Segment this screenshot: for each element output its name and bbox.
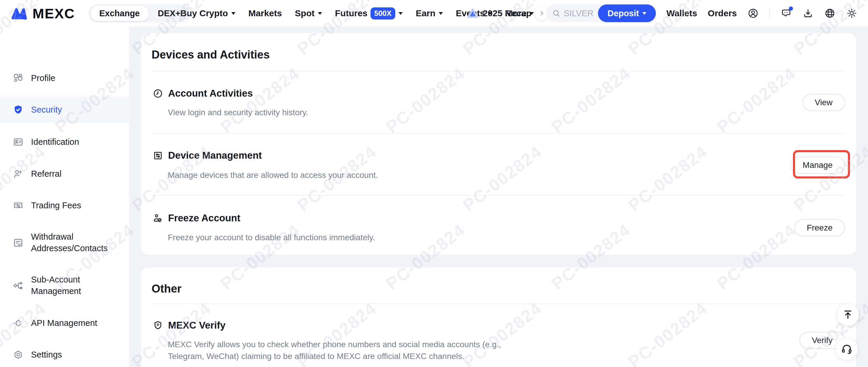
sidebar-item-api-management[interactable]: API Management	[0, 310, 129, 336]
id-card-icon	[13, 137, 23, 147]
nav-futures[interactable]: Futures500X	[335, 7, 403, 20]
chevron-down-icon	[318, 12, 322, 15]
account-activities-row: Account Activities	[153, 88, 253, 99]
svg-text:P: P	[157, 323, 159, 327]
recap-banner[interactable]: 2025 Recap	[466, 0, 549, 27]
back-to-top-icon	[842, 309, 854, 320]
freeze-user-icon	[153, 213, 163, 223]
row-description: View login and security activity history…	[168, 107, 308, 119]
mexc-logo[interactable]: MEXC	[9, 4, 75, 23]
row-title: Account Activities	[168, 88, 253, 99]
nav-label: Earn	[416, 8, 435, 18]
sidebar-item-security[interactable]: Security	[0, 97, 129, 123]
sidebar-item-label: Withdrawal Addresses/Contacts	[31, 231, 112, 254]
nav-earn[interactable]: Earn	[416, 8, 443, 18]
sidebar-item-sub-account[interactable]: Sub-Account Management	[0, 267, 129, 304]
toggle-exchange[interactable]: Exchange	[90, 6, 149, 21]
dashboard-icon	[13, 73, 23, 83]
branch-icon	[13, 280, 23, 291]
section-title: Other	[152, 282, 181, 295]
futures-leverage-badge: 500X	[370, 7, 395, 20]
deposit-label: Deposit	[608, 8, 639, 18]
freeze-account-row: Freeze Account	[153, 212, 241, 224]
manage-button[interactable]: Manage	[790, 157, 845, 174]
settings-sidebar: Profile Security Identification Referral…	[0, 27, 129, 367]
headset-icon	[841, 343, 852, 355]
mexc-verify-row: P MEXC Verify	[153, 320, 225, 331]
gear-icon	[13, 349, 23, 360]
sidebar-item-label: Sub-Account Management	[31, 274, 112, 297]
row-title: MEXC Verify	[168, 320, 225, 331]
notification-dot	[789, 6, 793, 11]
sidebar-item-label: Trading Fees	[31, 200, 112, 211]
sidebar-item-label: API Management	[31, 317, 112, 329]
verify-shield-icon: P	[153, 320, 163, 331]
row-title: Device Management	[168, 150, 262, 161]
nav-spot[interactable]: Spot	[295, 8, 322, 18]
top-navigation-bar: MEXC Exchange DEX+ Buy Crypto Markets Sp…	[0, 0, 868, 27]
chevron-down-icon	[439, 12, 443, 15]
chevron-down-icon	[642, 12, 646, 15]
ticket-icon	[13, 200, 23, 211]
nav-label: Futures	[335, 8, 368, 18]
back-to-top-button[interactable]	[837, 303, 859, 326]
clock-icon	[153, 88, 163, 99]
logo-wordmark: MEXC	[32, 5, 75, 22]
avatar[interactable]	[747, 8, 759, 19]
row-description: MEXC Verify allows you to check whether …	[168, 339, 502, 362]
divider	[152, 195, 845, 195]
view-button[interactable]: View	[802, 94, 845, 111]
sidebar-item-identification[interactable]: Identification	[0, 129, 129, 155]
other-card: Other P MEXC Verify MEXC Verify allows y…	[141, 268, 856, 367]
sidebar-item-profile[interactable]: Profile	[0, 65, 129, 91]
theme-icon[interactable]	[846, 8, 857, 19]
support-button[interactable]	[836, 338, 858, 360]
messages-icon[interactable]	[780, 8, 792, 19]
sidebar-item-trading-fees[interactable]: Trading Fees	[0, 192, 129, 218]
mexc-logo-icon	[9, 4, 28, 23]
plug-icon	[13, 318, 23, 328]
nav-buy-crypto[interactable]: Buy Crypto	[180, 8, 236, 18]
nav-label: Buy Crypto	[180, 8, 228, 18]
divider	[152, 133, 845, 133]
nav-markets[interactable]: Markets	[248, 8, 282, 18]
divider	[769, 8, 770, 19]
add-user-icon	[13, 169, 23, 179]
download-icon[interactable]	[802, 8, 814, 19]
sidebar-item-label: Profile	[31, 72, 112, 84]
sidebar-item-withdrawal-addresses[interactable]: Withdrawal Addresses/Contacts	[0, 224, 129, 262]
recap-triangle-icon	[466, 7, 479, 20]
divider	[152, 303, 845, 304]
sidebar-item-label: Identification	[31, 136, 112, 148]
header-right-cluster: Deposit Wallets Orders	[598, 0, 857, 27]
sidebar-item-settings[interactable]: Settings	[0, 342, 129, 367]
search-icon	[552, 9, 561, 18]
sidebar-item-label: Settings	[31, 349, 112, 361]
exchange-dex-toggle: Exchange DEX+	[89, 4, 191, 23]
sidebar-item-referral[interactable]: Referral	[0, 161, 129, 187]
recap-label: 2025 Recap	[483, 8, 531, 18]
wallets-link[interactable]: Wallets	[666, 8, 697, 18]
section-title: Devices and Activities	[152, 49, 270, 61]
freeze-button[interactable]: Freeze	[795, 219, 845, 236]
sidebar-item-label: Referral	[31, 168, 112, 180]
divider	[152, 71, 845, 71]
nav-label: Spot	[295, 8, 315, 18]
row-description: Manage devices that are allowed to acces…	[168, 169, 378, 181]
device-list-icon	[153, 150, 163, 161]
row-description: Freeze your account to disable all funct…	[168, 232, 375, 243]
deposit-button[interactable]: Deposit	[598, 4, 656, 22]
chevron-down-icon	[231, 12, 236, 15]
globe-icon[interactable]	[824, 8, 836, 19]
note-check-icon	[13, 238, 23, 248]
orders-link[interactable]: Orders	[708, 8, 737, 18]
nav-label: Markets	[248, 8, 282, 18]
chevron-down-icon	[399, 12, 403, 15]
row-title: Freeze Account	[168, 212, 241, 224]
device-management-row: Device Management	[153, 150, 262, 161]
sidebar-item-label: Security	[31, 104, 112, 116]
shield-check-icon	[13, 104, 23, 115]
devices-activities-card: Devices and Activities Account Activitie…	[141, 33, 856, 255]
